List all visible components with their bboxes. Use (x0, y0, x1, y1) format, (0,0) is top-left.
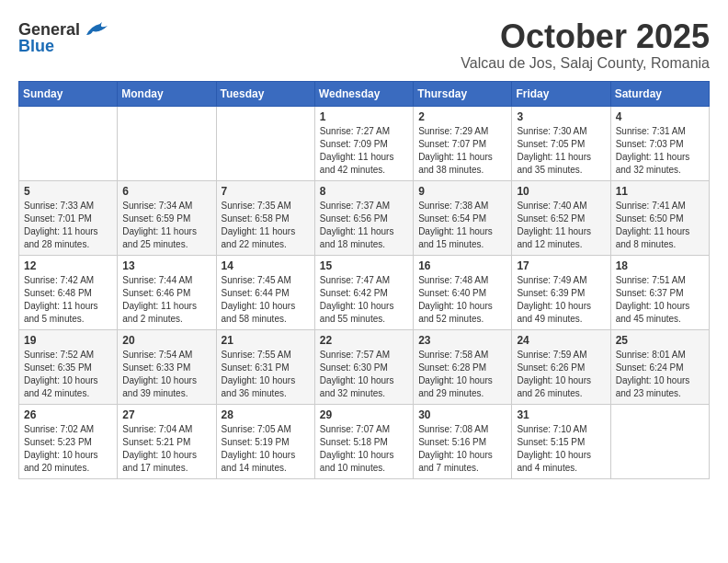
day-number: 21 (222, 334, 310, 347)
day-number: 4 (616, 110, 704, 123)
day-info: Sunrise: 8:01 AM Sunset: 6:24 PM Dayligh… (616, 349, 704, 400)
day-number: 10 (517, 185, 605, 198)
day-info: Sunrise: 7:33 AM Sunset: 7:01 PM Dayligh… (24, 200, 112, 251)
day-number: 11 (616, 185, 704, 198)
day-info: Sunrise: 7:47 AM Sunset: 6:42 PM Dayligh… (320, 274, 408, 326)
day-number: 14 (222, 259, 310, 272)
day-info: Sunrise: 7:41 AM Sunset: 6:50 PM Dayligh… (616, 200, 704, 251)
empty-cell (118, 106, 216, 180)
day-cell-5: 5Sunrise: 7:33 AM Sunset: 7:01 PM Daylig… (19, 180, 118, 255)
day-number: 26 (24, 408, 112, 421)
week-row-2: 5Sunrise: 7:33 AM Sunset: 7:01 PM Daylig… (19, 180, 710, 255)
day-info: Sunrise: 7:37 AM Sunset: 6:56 PM Dayligh… (320, 200, 408, 251)
day-number: 23 (418, 334, 506, 347)
day-number: 19 (24, 334, 112, 347)
day-info: Sunrise: 7:49 AM Sunset: 6:39 PM Dayligh… (517, 274, 605, 326)
weekday-header-tuesday: Tuesday (216, 81, 314, 106)
week-row-1: 1Sunrise: 7:27 AM Sunset: 7:09 PM Daylig… (19, 106, 710, 180)
month-title: October 2025 (461, 18, 710, 55)
day-number: 17 (517, 259, 605, 272)
day-number: 28 (222, 408, 310, 421)
day-info: Sunrise: 7:29 AM Sunset: 7:07 PM Dayligh… (418, 125, 506, 177)
day-cell-18: 18Sunrise: 7:51 AM Sunset: 6:37 PM Dayli… (610, 255, 709, 329)
day-cell-26: 26Sunrise: 7:02 AM Sunset: 5:23 PM Dayli… (19, 404, 118, 478)
day-cell-23: 23Sunrise: 7:58 AM Sunset: 6:28 PM Dayli… (414, 329, 512, 404)
day-number: 24 (517, 334, 605, 347)
day-cell-30: 30Sunrise: 7:08 AM Sunset: 5:16 PM Dayli… (414, 404, 512, 478)
day-cell-8: 8Sunrise: 7:37 AM Sunset: 6:56 PM Daylig… (314, 180, 413, 255)
day-cell-19: 19Sunrise: 7:52 AM Sunset: 6:35 PM Dayli… (19, 329, 118, 404)
page-header: General Blue October 2025 Valcau de Jos,… (18, 18, 710, 72)
day-cell-3: 3Sunrise: 7:30 AM Sunset: 7:05 PM Daylig… (512, 106, 610, 180)
title-block: October 2025 Valcau de Jos, Salaj County… (461, 18, 710, 72)
day-number: 12 (24, 259, 112, 272)
day-info: Sunrise: 7:57 AM Sunset: 6:30 PM Dayligh… (320, 349, 408, 400)
day-cell-12: 12Sunrise: 7:42 AM Sunset: 6:48 PM Dayli… (19, 255, 118, 329)
empty-cell (216, 106, 314, 180)
weekday-header-row: SundayMondayTuesdayWednesdayThursdayFrid… (19, 81, 710, 106)
day-number: 25 (616, 334, 704, 347)
day-info: Sunrise: 7:27 AM Sunset: 7:09 PM Dayligh… (320, 125, 408, 177)
day-number: 16 (418, 259, 506, 272)
day-info: Sunrise: 7:48 AM Sunset: 6:40 PM Dayligh… (418, 274, 506, 326)
day-number: 1 (320, 110, 408, 123)
day-number: 3 (517, 110, 605, 123)
day-cell-25: 25Sunrise: 8:01 AM Sunset: 6:24 PM Dayli… (610, 329, 709, 404)
day-cell-11: 11Sunrise: 7:41 AM Sunset: 6:50 PM Dayli… (610, 180, 709, 255)
day-cell-27: 27Sunrise: 7:04 AM Sunset: 5:21 PM Dayli… (118, 404, 216, 478)
day-info: Sunrise: 7:34 AM Sunset: 6:59 PM Dayligh… (122, 200, 210, 251)
empty-cell (610, 404, 709, 478)
day-info: Sunrise: 7:45 AM Sunset: 6:44 PM Dayligh… (222, 274, 310, 326)
empty-cell (19, 106, 118, 180)
day-info: Sunrise: 7:44 AM Sunset: 6:46 PM Dayligh… (122, 274, 210, 326)
day-cell-17: 17Sunrise: 7:49 AM Sunset: 6:39 PM Dayli… (512, 255, 610, 329)
day-info: Sunrise: 7:51 AM Sunset: 6:37 PM Dayligh… (616, 274, 704, 326)
day-cell-13: 13Sunrise: 7:44 AM Sunset: 6:46 PM Dayli… (118, 255, 216, 329)
day-number: 7 (222, 185, 310, 198)
day-cell-4: 4Sunrise: 7:31 AM Sunset: 7:03 PM Daylig… (610, 106, 709, 180)
day-cell-9: 9Sunrise: 7:38 AM Sunset: 6:54 PM Daylig… (414, 180, 512, 255)
day-cell-29: 29Sunrise: 7:07 AM Sunset: 5:18 PM Dayli… (314, 404, 413, 478)
day-cell-28: 28Sunrise: 7:05 AM Sunset: 5:19 PM Dayli… (216, 404, 314, 478)
calendar-table: SundayMondayTuesdayWednesdayThursdayFrid… (18, 81, 710, 479)
day-cell-20: 20Sunrise: 7:54 AM Sunset: 6:33 PM Dayli… (118, 329, 216, 404)
day-cell-14: 14Sunrise: 7:45 AM Sunset: 6:44 PM Dayli… (216, 255, 314, 329)
day-info: Sunrise: 7:52 AM Sunset: 6:35 PM Dayligh… (24, 349, 112, 400)
day-info: Sunrise: 7:10 AM Sunset: 5:15 PM Dayligh… (517, 423, 605, 475)
day-number: 5 (24, 185, 112, 198)
day-info: Sunrise: 7:59 AM Sunset: 6:26 PM Dayligh… (517, 349, 605, 400)
day-info: Sunrise: 7:05 AM Sunset: 5:19 PM Dayligh… (222, 423, 310, 475)
day-number: 13 (122, 259, 210, 272)
day-number: 15 (320, 259, 408, 272)
day-number: 30 (418, 408, 506, 421)
day-info: Sunrise: 7:30 AM Sunset: 7:05 PM Dayligh… (517, 125, 605, 177)
day-info: Sunrise: 7:31 AM Sunset: 7:03 PM Dayligh… (616, 125, 704, 177)
weekday-header-friday: Friday (512, 81, 610, 106)
day-cell-21: 21Sunrise: 7:55 AM Sunset: 6:31 PM Dayli… (216, 329, 314, 404)
day-info: Sunrise: 7:02 AM Sunset: 5:23 PM Dayligh… (24, 423, 112, 475)
day-number: 31 (517, 408, 605, 421)
day-info: Sunrise: 7:55 AM Sunset: 6:31 PM Dayligh… (222, 349, 310, 400)
day-cell-6: 6Sunrise: 7:34 AM Sunset: 6:59 PM Daylig… (118, 180, 216, 255)
day-number: 29 (320, 408, 408, 421)
day-cell-16: 16Sunrise: 7:48 AM Sunset: 6:40 PM Dayli… (414, 255, 512, 329)
day-info: Sunrise: 7:04 AM Sunset: 5:21 PM Dayligh… (122, 423, 210, 475)
day-cell-10: 10Sunrise: 7:40 AM Sunset: 6:52 PM Dayli… (512, 180, 610, 255)
logo-blue-text: Blue (18, 37, 54, 56)
logo-bird-icon (82, 18, 109, 40)
logo: General Blue (18, 18, 109, 56)
day-info: Sunrise: 7:38 AM Sunset: 6:54 PM Dayligh… (418, 200, 506, 251)
day-number: 20 (122, 334, 210, 347)
day-info: Sunrise: 7:40 AM Sunset: 6:52 PM Dayligh… (517, 200, 605, 251)
day-info: Sunrise: 7:08 AM Sunset: 5:16 PM Dayligh… (418, 423, 506, 475)
weekday-header-saturday: Saturday (610, 81, 709, 106)
weekday-header-wednesday: Wednesday (314, 81, 413, 106)
day-cell-24: 24Sunrise: 7:59 AM Sunset: 6:26 PM Dayli… (512, 329, 610, 404)
day-number: 8 (320, 185, 408, 198)
day-info: Sunrise: 7:42 AM Sunset: 6:48 PM Dayligh… (24, 274, 112, 326)
day-cell-1: 1Sunrise: 7:27 AM Sunset: 7:09 PM Daylig… (314, 106, 413, 180)
week-row-5: 26Sunrise: 7:02 AM Sunset: 5:23 PM Dayli… (19, 404, 710, 478)
day-cell-2: 2Sunrise: 7:29 AM Sunset: 7:07 PM Daylig… (414, 106, 512, 180)
location-subtitle: Valcau de Jos, Salaj County, Romania (461, 55, 710, 72)
day-cell-15: 15Sunrise: 7:47 AM Sunset: 6:42 PM Dayli… (314, 255, 413, 329)
